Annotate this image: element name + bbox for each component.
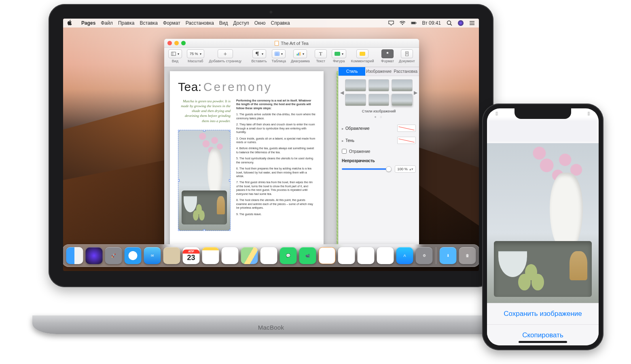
menu-file[interactable]: Файл (101, 20, 113, 26)
dock-numbers-icon[interactable] (338, 247, 355, 264)
menubar-clock[interactable]: Вт 09:41 (422, 20, 441, 26)
image-style-thumb[interactable] (368, 79, 390, 91)
window-close-button[interactable] (167, 41, 172, 45)
notification-center-icon[interactable] (469, 20, 475, 26)
dock-maps-icon[interactable] (241, 247, 258, 264)
dock-notes-icon[interactable] (202, 247, 219, 264)
dock-facetime-icon[interactable]: 📹 (299, 247, 316, 264)
shadow-style-picker[interactable] (397, 137, 416, 144)
toolbar-format-button[interactable] (381, 49, 394, 58)
toolbar-text-button[interactable]: T (315, 49, 327, 58)
dock-itunes-icon[interactable]: ♫ (377, 247, 394, 264)
dock-launchpad-icon[interactable]: 🚀 (105, 247, 122, 264)
dock-contacts-icon[interactable] (163, 247, 180, 264)
toolbar-add-page-button[interactable]: + (218, 49, 233, 58)
menu-help[interactable]: Справка (271, 20, 290, 26)
dock-keynote-icon[interactable] (358, 247, 375, 264)
spotlight-icon[interactable] (447, 20, 452, 26)
border-style-picker[interactable] (397, 125, 416, 132)
iphone-signal-icon: 􀛨 (496, 111, 498, 116)
menu-format[interactable]: Формат (163, 20, 180, 26)
menu-window[interactable]: Окно (254, 20, 266, 26)
toolbar-insert-button[interactable]: ▾ (252, 49, 266, 58)
document-intro-italic: Matcha is green tea powder. It is made b… (178, 99, 231, 123)
iphone-photo-preview[interactable] (487, 143, 599, 307)
toolbar-document-button[interactable] (401, 49, 413, 58)
window-minimize-button[interactable] (174, 41, 179, 45)
toolbar-zoom-select[interactable]: 75 %▾ (187, 49, 204, 58)
styles-next-button[interactable]: ▶ (414, 90, 417, 95)
image-style-thumb[interactable] (345, 94, 366, 106)
dock-finder-icon[interactable] (66, 247, 83, 264)
svg-rect-18 (406, 52, 409, 56)
toolbar-shape-label: Фигура (333, 59, 345, 63)
menu-share[interactable]: Доступ (233, 20, 249, 26)
reflection-checkbox[interactable] (342, 149, 347, 154)
resize-handle[interactable] (203, 229, 205, 231)
dock-safari-icon[interactable] (125, 247, 142, 264)
wifi-icon[interactable] (400, 20, 405, 26)
toolbar-comment-button[interactable] (356, 49, 368, 58)
image-style-thumb[interactable] (392, 79, 413, 91)
dock-mail-icon[interactable]: ✉︎ (144, 247, 161, 264)
opacity-slider[interactable] (342, 168, 392, 170)
window-zoom-button[interactable] (181, 41, 186, 45)
menu-edit[interactable]: Правка (118, 20, 135, 26)
menubar-app-name[interactable]: Pages (81, 20, 95, 26)
dock-siri-icon[interactable] (86, 247, 103, 264)
resize-handle[interactable] (229, 229, 231, 231)
iphone-screen: 􀛨 􀛨 Сохранить изображение Скопировать (487, 108, 599, 345)
apple-menu-icon[interactable] (67, 20, 72, 27)
document-canvas[interactable]: Tea:Ceremony Matcha is green tea powder.… (164, 67, 338, 251)
image-style-thumb[interactable] (345, 79, 366, 91)
resize-handle[interactable] (229, 179, 231, 182)
menu-arrange[interactable]: Расстановка (186, 20, 214, 26)
dock-reminders-icon[interactable] (222, 247, 239, 264)
window-titlebar[interactable]: The Art of Tea (164, 39, 419, 48)
dock-trash-icon[interactable]: 🗑 (459, 247, 476, 264)
dock-appstore-icon[interactable]: A (396, 247, 413, 264)
image-style-thumb[interactable] (392, 94, 413, 106)
inspector-opacity-row: Непрозрачность 100 %▴▾ (342, 156, 416, 175)
toolbar-table-label: Таблица (272, 59, 286, 63)
dock-settings-icon[interactable]: ⚙︎ (416, 247, 433, 264)
toolbar-chart-button[interactable]: ▾ (293, 49, 307, 58)
menu-view[interactable]: Вид (219, 20, 228, 26)
inspector-tab-arrange[interactable]: Расстановка (392, 67, 419, 76)
resize-handle[interactable] (203, 130, 205, 131)
dock-pages-icon[interactable] (319, 247, 336, 264)
inspector-tab-style[interactable]: Стиль (339, 67, 365, 76)
macbook-bezel: Pages Файл Правка Вставка Формат Расстан… (49, 4, 493, 287)
siri-icon[interactable] (458, 20, 464, 26)
styles-pager[interactable]: ● ○ (342, 115, 416, 119)
inspector-tab-image[interactable]: Изображение (365, 67, 392, 76)
home-indicator[interactable] (519, 341, 567, 343)
styles-prev-button[interactable]: ◀ (340, 90, 344, 95)
resize-handle[interactable] (178, 130, 180, 131)
battery-icon[interactable] (411, 20, 417, 26)
opacity-slider-knob[interactable] (386, 166, 392, 172)
opacity-field[interactable]: 100 %▴▾ (395, 165, 416, 173)
resize-handle[interactable] (178, 179, 180, 182)
window-controls (167, 41, 186, 45)
dock-downloads-icon[interactable]: ⬇︎ (440, 247, 457, 264)
action-save-image[interactable]: Сохранить изображение (487, 303, 599, 324)
menu-insert[interactable]: Вставка (140, 20, 158, 26)
toolbar-table-button[interactable]: ▾ (272, 49, 286, 58)
dock-photos-icon[interactable]: ✿ (260, 247, 277, 264)
dock: 🚀 ✉︎ АПР23 ✿ 💬 📹 ♫ A ⚙︎ ⬇︎ 🗑 (63, 244, 479, 267)
resize-handle[interactable] (229, 130, 231, 131)
dock-calendar-icon[interactable]: АПР23 (183, 247, 200, 264)
reflection-label: Отражение (349, 149, 370, 154)
toolbar-view-button[interactable]: ▾ (168, 49, 182, 58)
resize-handle[interactable] (178, 229, 180, 231)
dock-messages-icon[interactable]: 💬 (280, 247, 297, 264)
image-style-thumb[interactable] (368, 94, 390, 106)
inspector-shadow-row[interactable]: ▸Тень (342, 134, 416, 146)
document-body: Performing the ceremony is a real art in… (236, 99, 316, 231)
selected-image[interactable] (178, 130, 231, 231)
svg-rect-10 (275, 52, 279, 56)
inspector-border-row[interactable]: ▸Обрамление (342, 122, 416, 134)
airplay-icon[interactable] (388, 20, 394, 26)
toolbar-shape-button[interactable]: ▾ (332, 49, 346, 58)
